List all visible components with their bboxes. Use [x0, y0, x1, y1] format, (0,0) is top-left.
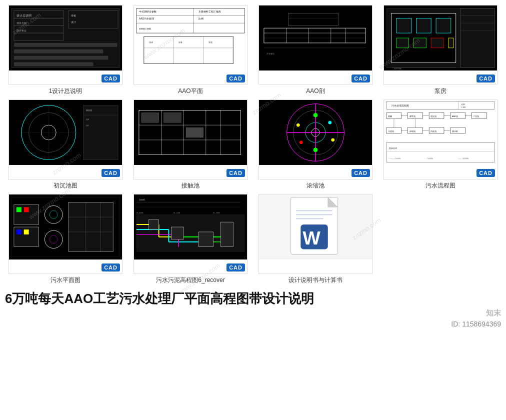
file-item-10[interactable]: 高程图 EL.±0.000 EL.-1.500 EL.-3.000 CAD 污水…	[130, 194, 251, 284]
svg-text:设计: 设计	[71, 20, 76, 24]
svg-rect-12	[14, 50, 103, 54]
svg-text:格栅: 格栅	[388, 115, 392, 118]
svg-rect-140	[68, 202, 113, 252]
cad-badge-8: CAD	[476, 169, 495, 177]
svg-text:脱水机: 脱水机	[452, 130, 458, 132]
thumbnail-5: 初沉池 容量 直径 CAD	[8, 100, 122, 180]
file-label-9: 污水平面图	[50, 276, 80, 284]
svg-text:直径: 直径	[86, 124, 89, 126]
svg-text:管道: 管道	[208, 41, 212, 44]
svg-rect-55	[414, 38, 426, 48]
svg-rect-25	[144, 36, 233, 64]
svg-rect-33	[264, 28, 366, 43]
svg-rect-13	[14, 56, 108, 60]
thumbnail-8: 污水处理流程图 比例 1:100 格栅 调节池 初沉池 AAO池	[384, 100, 498, 180]
svg-rect-14	[14, 62, 94, 66]
svg-point-92	[332, 138, 334, 142]
svg-point-94	[328, 121, 332, 124]
file-item-5[interactable]: 初沉池 容量 直径 CAD 初沉池图	[5, 100, 126, 190]
thumbnail-4: 泵房平面图 CAD	[384, 5, 498, 85]
svg-text:AAO污水处理: AAO污水处理	[139, 17, 154, 20]
cad-badge-10: CAD	[226, 264, 245, 272]
file-grid: 设计总说明 项目名称 设计单位 审核 设计 CAD 1设计总说明	[0, 0, 506, 284]
svg-point-93	[300, 141, 302, 144]
svg-text:初沉池: 初沉池	[430, 115, 436, 118]
cad-badge-2: CAD	[226, 74, 245, 82]
svg-rect-8	[68, 10, 118, 28]
svg-rect-146	[24, 207, 29, 212]
svg-rect-57	[448, 38, 454, 48]
svg-rect-163	[149, 220, 159, 230]
id-info: ID: 1158694369	[5, 320, 501, 328]
svg-text:审核: 审核	[71, 14, 76, 17]
svg-rect-79	[142, 112, 159, 122]
svg-rect-66	[84, 105, 118, 160]
cad-badge-9: CAD	[102, 264, 120, 272]
drawing-10: 高程图 EL.±0.000 EL.-1.500 EL.-3.000	[134, 194, 247, 260]
svg-text:高程图: 高程图	[139, 198, 145, 201]
svg-text:主要材料工程汇编表: 主要材料工程汇编表	[198, 10, 221, 13]
svg-text:——— 污水管线: ——— 污水管线	[389, 158, 400, 160]
thumbnail-7: CAD	[258, 100, 372, 180]
drawing-6	[134, 100, 247, 165]
svg-rect-145	[16, 207, 22, 212]
svg-rect-164	[171, 227, 184, 240]
svg-text:W: W	[302, 228, 320, 248]
file-item-1[interactable]: 设计总说明 项目名称 设计单位 审核 设计 CAD 1设计总说明	[5, 5, 126, 96]
svg-text:消化池: 消化池	[430, 130, 436, 132]
svg-text:调节池: 调节池	[410, 115, 416, 118]
file-label-3: AAO剖	[306, 87, 324, 96]
svg-text:比例: 比例	[461, 103, 465, 106]
file-item-7[interactable]: CAD 浓缩池	[255, 100, 376, 190]
cad-badge-4: CAD	[476, 74, 495, 82]
svg-rect-53	[436, 18, 451, 33]
svg-rect-56	[431, 38, 444, 48]
svg-rect-81	[186, 128, 204, 138]
svg-text:加劲肋工程量: 加劲肋工程量	[139, 28, 151, 30]
file-item-8[interactable]: 污水处理流程图 比例 1:100 格栅 调节池 初沉池 AAO池	[380, 100, 501, 190]
drawing-11: W	[259, 194, 372, 260]
file-item-2[interactable]: 中式调研全参数 主要材料工程汇编表 AAO污水处理 比例 加劲肋工程量 池体 设…	[130, 5, 251, 96]
file-item-3[interactable]: 尺寸标注 CAD AAO剖	[255, 5, 376, 96]
svg-text:池体: 池体	[149, 41, 153, 44]
svg-point-150	[50, 236, 58, 244]
svg-text:容量: 容量	[86, 118, 89, 120]
drawing-4: 泵房平面图	[384, 6, 497, 70]
svg-text:项目名称: 项目名称	[16, 22, 26, 24]
thumbnail-3: 尺寸标注 CAD	[258, 5, 372, 85]
drawing-8: 污水处理流程图 比例 1:100 格栅 调节池 初沉池 AAO池	[384, 100, 497, 165]
svg-text:初沉池: 初沉池	[86, 109, 92, 112]
file-label-5: 初沉池图	[54, 182, 78, 190]
svg-rect-165	[198, 232, 214, 247]
drawing-3: 尺寸标注	[259, 6, 372, 70]
svg-rect-52	[416, 18, 431, 33]
svg-text:EL.-3.000: EL.-3.000	[214, 212, 220, 214]
svg-rect-54	[396, 38, 409, 48]
file-item-9[interactable]: CAD 污水平面图	[5, 194, 126, 284]
svg-text:尺寸标注: 尺寸标注	[266, 52, 274, 55]
svg-text:—— 回流管线: —— 回流管线	[458, 158, 468, 160]
thumbnail-11: W	[258, 194, 372, 274]
file-item-4[interactable]: 泵房平面图 CAD 泵房	[380, 5, 501, 96]
svg-rect-80	[164, 112, 181, 122]
file-item-11[interactable]: W 设计说明书与计算书	[255, 194, 376, 284]
svg-rect-166	[220, 222, 233, 247]
svg-text:1:100: 1:100	[461, 106, 466, 108]
svg-rect-46	[461, 8, 494, 68]
file-item-6[interactable]: CAD 接触池	[130, 100, 251, 190]
svg-rect-11	[14, 43, 117, 47]
file-label-10: 污水污泥高程图6_recover	[156, 276, 224, 284]
file-label-4: 泵房	[434, 87, 446, 96]
svg-point-89	[314, 113, 318, 117]
drawing-9	[9, 194, 122, 260]
drawing-7	[259, 100, 372, 165]
thumbnail-6: CAD	[134, 100, 248, 180]
svg-text:二沉池: 二沉池	[473, 115, 479, 118]
drawing-2: 中式调研全参数 主要材料工程汇编表 AAO污水处理 比例 加劲肋工程量 池体 设…	[134, 6, 247, 70]
svg-text:泵房平面图: 泵房平面图	[394, 68, 402, 70]
cad-badge-7: CAD	[352, 169, 370, 177]
svg-text:EL.±0.000: EL.±0.000	[136, 212, 144, 214]
file-label-7: 浓缩池	[306, 182, 324, 190]
cad-badge-6: CAD	[226, 169, 245, 177]
file-label-1: 1设计总说明	[49, 87, 82, 96]
